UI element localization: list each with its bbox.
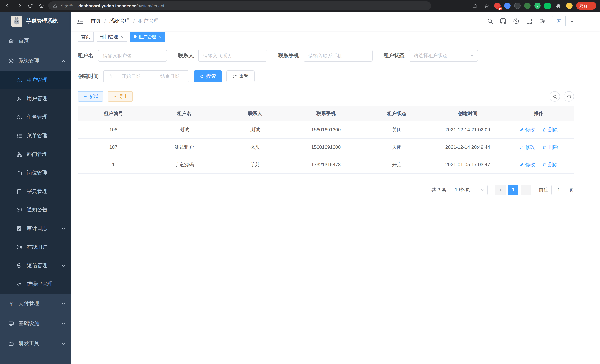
extensions-puzzle-icon[interactable] — [554, 2, 562, 10]
download-icon — [112, 94, 117, 99]
breadcrumb-home[interactable]: 首页 — [91, 18, 101, 25]
search-icon[interactable] — [487, 18, 494, 25]
security-label: 不安全 — [60, 3, 73, 9]
sidebar-item-user[interactable]: 用户管理 — [0, 89, 71, 108]
extension-dark-icon[interactable] — [514, 3, 521, 9]
sidebar-fold-icon[interactable] — [76, 18, 84, 25]
prev-page-button[interactable] — [495, 185, 506, 195]
extension-blue-icon[interactable] — [504, 3, 511, 9]
pencil-icon — [519, 127, 524, 132]
font-size-icon[interactable] — [539, 18, 545, 25]
search-button[interactable]: 搜索 — [194, 71, 222, 82]
sidebar-item-dev-tools[interactable]: 研发工具 — [0, 334, 71, 354]
extension-green-y-icon[interactable]: y — [534, 3, 541, 9]
sidebar-item-payment[interactable]: ¥ 支付管理 — [0, 293, 71, 314]
status-select[interactable]: 请选择租户状态 — [409, 50, 478, 62]
sidebar-item-audit-log[interactable]: 审计日志 — [0, 219, 71, 238]
sidebar-item-label: 错误码管理 — [27, 281, 65, 288]
extension-wechat-icon[interactable] — [544, 3, 551, 9]
phone-input[interactable] — [303, 50, 373, 62]
fullscreen-icon[interactable] — [526, 18, 533, 25]
cell-phone: 15601691300 — [291, 121, 361, 138]
toggle-search-button[interactable] — [550, 91, 560, 102]
extension-red-icon[interactable]: 10 — [494, 3, 501, 9]
close-icon[interactable] — [120, 35, 123, 38]
date-range-picker[interactable]: 开始日期 - 结束日期 — [103, 71, 189, 82]
edit-link[interactable]: 修改 — [519, 126, 535, 133]
delete-link[interactable]: 删除 — [542, 144, 558, 150]
tenant-name-input[interactable] — [98, 50, 167, 62]
document-edit-icon — [16, 226, 22, 232]
sidebar-item-role[interactable]: 角色管理 — [0, 108, 71, 127]
browser-reload-button[interactable] — [26, 2, 34, 10]
close-icon[interactable] — [158, 35, 162, 38]
breadcrumb-system[interactable]: 系统管理 — [109, 18, 130, 25]
home-icon — [8, 38, 14, 44]
delete-link[interactable]: 删除 — [542, 161, 558, 168]
share-icon[interactable] — [470, 2, 479, 10]
extension-yellow-icon[interactable] — [566, 3, 572, 9]
page-1-button[interactable]: 1 — [508, 185, 518, 195]
reset-button[interactable]: 重置 — [226, 71, 254, 82]
edit-link[interactable]: 修改 — [519, 144, 535, 150]
bookmark-star-icon[interactable] — [482, 2, 490, 10]
sidebar-item-online-user[interactable]: 在线用户 — [0, 238, 71, 256]
logo[interactable]: 芋道管理系统 — [0, 11, 71, 31]
tab-dept[interactable]: 部门管理 — [97, 32, 127, 42]
cell-created: 2021-12-14 20:49:44 — [432, 138, 503, 156]
browser-home-button[interactable] — [37, 2, 45, 10]
avatar-caret-icon[interactable] — [570, 19, 574, 23]
sidebar: 芋道管理系统 首页 系统管理 租户管理 用户管理 — [0, 11, 71, 364]
sidebar-item-label: 首页 — [19, 37, 65, 44]
avatar[interactable] — [552, 16, 566, 26]
cell-actions: 修改 删除 — [503, 156, 574, 173]
page-content: 租户名 联系人 联系手机 租户状态 请选择租户状态 — [71, 43, 600, 364]
tab-home[interactable]: 首页 — [78, 32, 94, 42]
sidebar-item-label: 租户管理 — [27, 77, 65, 84]
sidebar-item-system[interactable]: 系统管理 — [0, 51, 71, 71]
sidebar-item-tenant[interactable]: 租户管理 — [0, 71, 71, 89]
chevron-down-icon — [61, 264, 65, 268]
sidebar-item-home[interactable]: 首页 — [0, 31, 71, 51]
sidebar-item-menu[interactable]: 菜单管理 — [0, 127, 71, 145]
sidebar-item-infra[interactable]: 基础设施 — [0, 314, 71, 334]
sidebar-item-post[interactable]: 岗位管理 — [0, 164, 71, 182]
chevron-up-icon — [61, 59, 65, 63]
sidebar-item-dept[interactable]: 部门管理 — [0, 145, 71, 164]
edit-link[interactable]: 修改 — [519, 161, 535, 168]
sidebar-item-sms[interactable]: 短信管理 — [0, 256, 71, 275]
next-page-button[interactable] — [521, 185, 531, 195]
cell-actions: 修改 删除 — [503, 121, 574, 138]
help-icon[interactable] — [513, 18, 519, 25]
pencil-icon — [519, 162, 524, 167]
link-label: 删除 — [548, 144, 558, 150]
sidebar-item-label: 菜单管理 — [27, 132, 65, 139]
extension-green-icon[interactable] — [524, 3, 531, 9]
goto-page-input[interactable] — [551, 185, 566, 195]
browser-update-button[interactable]: 更新 — [576, 2, 596, 10]
select-placeholder: 请选择租户状态 — [414, 52, 448, 59]
page-size-select[interactable]: 10条/页 — [451, 185, 488, 195]
contact-input[interactable] — [198, 50, 267, 62]
trash-icon — [542, 145, 547, 149]
link-label: 修改 — [525, 126, 535, 133]
sidebar-item-notice[interactable]: 通知公告 — [0, 201, 71, 219]
sidebar-item-error-code[interactable]: 错误码管理 — [0, 275, 71, 293]
breadcrumb-separator: / — [104, 18, 106, 24]
address-bar[interactable]: 不安全 dashboard.yudao.iocoder.cn/system/te… — [48, 1, 431, 10]
tab-tenant[interactable]: 租户管理 — [130, 32, 165, 42]
sidebar-item-dict[interactable]: 字典管理 — [0, 182, 71, 201]
add-button[interactable]: 新增 — [78, 91, 103, 102]
refresh-table-button[interactable] — [564, 91, 574, 102]
github-icon[interactable] — [500, 18, 506, 25]
delete-link[interactable]: 删除 — [542, 126, 558, 133]
browser-back-button[interactable] — [4, 2, 12, 10]
browser-chrome: 不安全 dashboard.yudao.iocoder.cn/system/te… — [0, 0, 600, 11]
toolbox-icon — [8, 341, 14, 346]
export-button[interactable]: 导出 — [108, 91, 133, 102]
chevron-right-icon — [524, 187, 528, 192]
browser-menu-icon[interactable] — [589, 3, 593, 8]
table-row: 1 芋道源码 芋艿 17321315478 开启 2021-01-05 17:0… — [78, 156, 574, 173]
browser-forward-button[interactable] — [15, 2, 23, 10]
breadcrumb-current: 租户管理 — [138, 18, 159, 25]
